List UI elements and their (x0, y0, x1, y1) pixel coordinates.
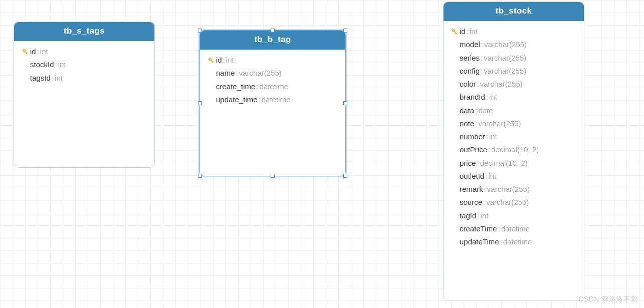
field-name: brandId (460, 91, 485, 104)
field-row[interactable]: note:varchar(255) (450, 117, 578, 130)
field-type: datetime (503, 235, 532, 248)
field-row[interactable]: create_time:datetime (206, 80, 339, 93)
field-type: datetime (260, 80, 289, 93)
field-row[interactable]: price:decimal(10, 2) (450, 157, 578, 170)
field-row[interactable]: brandId:int (450, 91, 578, 104)
field-row[interactable]: series:varchar(255) (450, 52, 578, 65)
field-name: name (216, 67, 235, 80)
selection-handle[interactable] (198, 101, 202, 105)
field-row[interactable]: id:int (20, 45, 148, 58)
field-type: varchar(255) (239, 67, 282, 80)
field-row[interactable]: config:varchar(255) (450, 65, 578, 78)
field-separator: : (481, 38, 483, 51)
field-separator: : (486, 130, 488, 143)
field-separator: : (498, 222, 500, 235)
primary-key-indicator (450, 28, 460, 36)
field-row[interactable]: update_time:datetime (206, 93, 339, 106)
field-type: int (481, 209, 489, 222)
field-separator: : (223, 54, 225, 67)
field-row[interactable]: outPrice:decimal(10, 2) (450, 143, 578, 156)
field-type: int (489, 130, 497, 143)
field-name: update_time (216, 93, 258, 106)
field-type: int (470, 25, 478, 38)
entity-title[interactable]: tb_stock (444, 2, 584, 21)
field-row[interactable]: outletId:int (450, 170, 578, 183)
field-row[interactable]: id:int (206, 54, 339, 67)
field-name: price (460, 157, 476, 170)
field-type: int (58, 58, 66, 71)
field-name: createTime (460, 222, 497, 235)
selection-handle[interactable] (343, 174, 347, 178)
field-separator: : (477, 157, 479, 170)
selection-handle[interactable] (343, 101, 347, 105)
field-type: varchar(255) (487, 183, 530, 196)
field-name: remark (460, 183, 483, 196)
field-name: config (460, 65, 480, 78)
field-row[interactable]: remark:varchar(255) (450, 183, 578, 196)
field-row[interactable]: name:varchar(255) (206, 67, 339, 80)
field-name: create_time (216, 80, 255, 93)
field-row[interactable]: createTime:datetime (450, 222, 578, 235)
field-type: varchar(255) (484, 52, 526, 65)
field-separator: : (475, 104, 477, 117)
field-row[interactable]: data:date (450, 104, 578, 117)
entity-fields: id:intmodel:varchar(255)series:varchar(2… (444, 21, 584, 255)
field-type: varchar(255) (480, 78, 523, 91)
primary-key-icon (451, 28, 459, 36)
field-separator: : (488, 143, 490, 156)
diagram-canvas[interactable]: tb_s_tags id:intstockId:inttagsId:inttb_… (0, 0, 644, 308)
field-row[interactable]: color:varchar(255) (450, 78, 578, 91)
field-separator: : (256, 80, 258, 93)
field-row[interactable]: number:int (450, 130, 578, 143)
field-type: int (489, 91, 497, 104)
field-separator: : (481, 65, 483, 78)
field-name: model (460, 38, 480, 51)
field-type: datetime (501, 222, 530, 235)
selection-handle[interactable] (198, 174, 202, 178)
field-row[interactable]: updateTime:datetime (450, 235, 578, 248)
field-name: color (460, 78, 476, 91)
field-name: stockId (30, 58, 54, 71)
field-row[interactable]: model:varchar(255) (450, 38, 578, 51)
field-name: id (216, 54, 222, 67)
field-name: outletId (460, 170, 484, 183)
field-type: date (478, 104, 493, 117)
entity-title[interactable]: tb_s_tags (14, 22, 154, 41)
field-separator: : (236, 67, 238, 80)
entity-tb_stock[interactable]: tb_stock id:intmodel:varchar(255)series:… (443, 2, 584, 301)
field-row[interactable]: id:int (450, 25, 578, 38)
field-name: tagsId (30, 72, 51, 85)
field-separator: : (55, 58, 57, 71)
field-type: varchar(255) (484, 38, 527, 51)
field-type: varchar(255) (486, 196, 529, 209)
field-type: int (226, 54, 234, 67)
field-row[interactable]: stockId:int (20, 58, 148, 71)
selection-handle[interactable] (343, 29, 347, 33)
field-type: datetime (262, 93, 291, 106)
entity-fields: id:intname:varchar(255)create_time:datet… (200, 50, 345, 113)
field-type: int (40, 45, 48, 58)
selection-handle[interactable] (271, 29, 275, 33)
entity-fields: id:intstockId:inttagsId:int (14, 41, 154, 92)
field-row[interactable]: tagId:int (450, 209, 578, 222)
selection-handle[interactable] (271, 174, 275, 178)
field-separator: : (485, 170, 487, 183)
field-separator: : (37, 45, 39, 58)
entity-tb_b_tag[interactable]: tb_b_tag id:intname:varchar(255)create_t… (199, 30, 346, 176)
field-type: decimal(10, 2) (480, 157, 528, 170)
primary-key-indicator (206, 56, 216, 64)
field-separator: : (486, 91, 488, 104)
field-name: id (460, 25, 466, 38)
primary-key-icon (21, 48, 29, 56)
entity-tb_s_tags[interactable]: tb_s_tags id:intstockId:inttagsId:int (14, 22, 155, 168)
entity-title[interactable]: tb_b_tag (200, 31, 345, 50)
watermark-text: CSDN @洛洛不觉 (578, 295, 638, 304)
selection-handle[interactable] (198, 29, 202, 33)
field-row[interactable]: tagsId:int (20, 72, 148, 85)
field-name: note (460, 117, 474, 130)
field-separator: : (475, 117, 477, 130)
field-separator: : (477, 209, 479, 222)
field-row[interactable]: source:varchar(255) (450, 196, 578, 209)
field-separator: : (259, 93, 261, 106)
field-separator: : (477, 78, 479, 91)
